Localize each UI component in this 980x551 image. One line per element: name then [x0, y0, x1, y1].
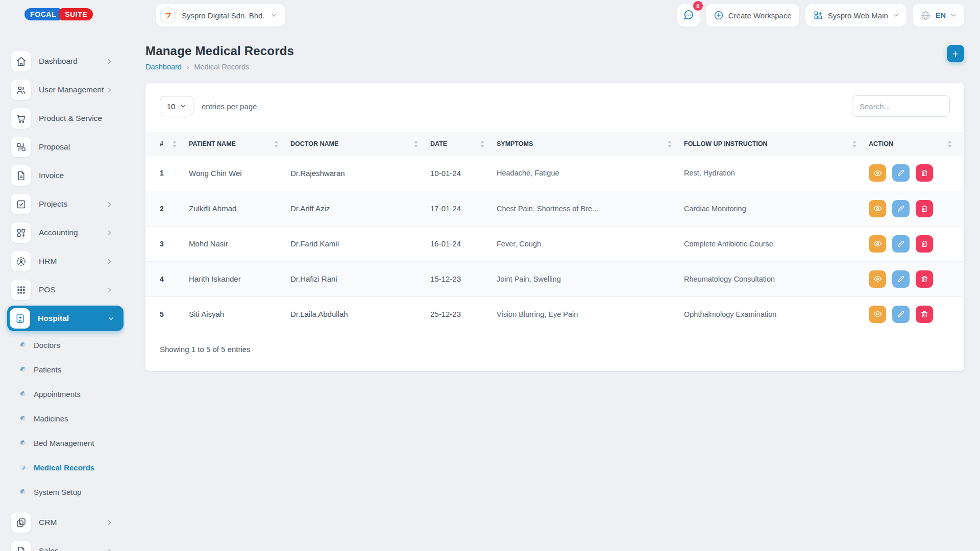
bullet-icon — [20, 440, 26, 445]
action-cell — [869, 156, 964, 191]
sidebar-item-dashboard[interactable]: Dashboard — [0, 47, 125, 76]
app-selector[interactable]: Syspro Web Main — [805, 4, 906, 27]
column-header-doctor-name[interactable]: DOCTOR NAME — [290, 132, 430, 156]
date-cell: 17-01-24 — [430, 191, 497, 226]
sidebar-item-label: Proposal — [39, 142, 113, 152]
pencil-icon — [897, 240, 905, 248]
chevron-right-icon — [106, 58, 113, 65]
sidebar-subitem-bed-management[interactable]: Bed Management — [0, 431, 125, 455]
sidebar-item-label: Dashboard — [39, 57, 106, 66]
sidebar-item-product-service[interactable]: Product & Service — [0, 104, 125, 133]
breadcrumb: Dashboard › Medical Records — [145, 63, 294, 71]
sidebar-subitem-appointments[interactable]: Appointments — [0, 382, 125, 406]
sidebar-item-hospital[interactable]: Hospital — [7, 306, 124, 331]
sidebar-item-accounting[interactable]: Accounting — [0, 218, 125, 247]
table-footer: Showing 1 to 5 of 5 entries — [145, 332, 964, 371]
dots-grid-icon — [11, 280, 31, 300]
column-header-follow-up[interactable]: FOLLOW UP INSTRUCTION — [684, 132, 869, 156]
sidebar-nav: Dashboard User Management Product & Serv… — [0, 29, 125, 551]
pencil-icon — [897, 205, 905, 213]
action-cell — [869, 191, 964, 226]
chevron-right-icon — [106, 87, 113, 93]
table-controls: 10 entries per page — [145, 83, 964, 132]
add-record-button[interactable]: + — [947, 45, 964, 62]
symptoms-cell: Vision Blurring, Eye Pain — [497, 296, 684, 332]
edit-button[interactable] — [892, 235, 910, 253]
sidebar-item-proposal[interactable]: Proposal — [0, 133, 125, 161]
action-cell — [869, 296, 964, 332]
chevron-right-icon — [106, 201, 113, 208]
edit-button[interactable] — [892, 164, 910, 182]
table-row: 5 Siti Aisyah Dr.Laila Abdullah 25-12-23… — [145, 296, 964, 332]
follow-up-cell: Complete Antibiotic Course — [684, 226, 869, 261]
delete-button[interactable] — [916, 200, 933, 217]
column-header-index[interactable]: # — [145, 132, 189, 156]
sidebar-item-sales[interactable]: Sales — [0, 537, 125, 551]
sort-icon — [948, 141, 952, 147]
main-content: Syspro Digital Sdn. Bhd. 0 Create Worksp… — [125, 0, 980, 551]
bullet-icon — [20, 391, 26, 396]
column-header-symptoms[interactable]: SYMPTOMS — [497, 132, 684, 156]
sidebar-item-projects[interactable]: Projects — [0, 190, 125, 218]
workspace-selector[interactable]: Syspro Digital Sdn. Bhd. — [156, 4, 285, 27]
sort-icon — [274, 141, 278, 147]
patient-name-cell: Mohd Nasir — [189, 226, 290, 261]
sidebar-item-label: CRM — [39, 518, 106, 527]
sidebar-subitem-medical-records[interactable]: Medical Records — [0, 455, 125, 480]
users-icon — [11, 80, 31, 100]
view-button[interactable] — [869, 200, 886, 217]
app-root: FOCALSUITE Dashboard User Management — [0, 0, 980, 551]
eye-icon — [873, 239, 882, 248]
trash-icon — [920, 205, 928, 213]
table-body: 1 Wong Chin Wei Dr.Rajeshwaran 10-01-24 … — [145, 156, 964, 332]
delete-button[interactable] — [916, 270, 933, 288]
sidebar-item-crm[interactable]: CRM — [0, 508, 125, 537]
chevron-right-icon: › — [187, 63, 189, 71]
sidebar-item-hrm[interactable]: HRM — [0, 247, 125, 276]
app-logo[interactable]: FOCALSUITE — [0, 0, 125, 29]
view-button[interactable] — [869, 270, 886, 288]
create-workspace-button[interactable]: Create Workspace — [706, 4, 799, 27]
chat-bubble-icon — [683, 10, 694, 21]
sidebar-subitem-madicines[interactable]: Madicines — [0, 406, 125, 431]
sidebar-item-invoice[interactable]: Invoice — [0, 161, 125, 190]
medical-records-table: # PATIENT NAME DOCTOR NAME DATE SYMPTOMS… — [145, 132, 964, 332]
sidebar-subitem-system-setup[interactable]: System Setup — [0, 480, 125, 504]
delete-button[interactable] — [916, 306, 933, 323]
column-header-date[interactable]: DATE — [430, 132, 497, 156]
table-row: 1 Wong Chin Wei Dr.Rajeshwaran 10-01-24 … — [145, 156, 964, 191]
breadcrumb-current: Medical Records — [194, 63, 249, 71]
view-button[interactable] — [869, 164, 886, 182]
view-button[interactable] — [869, 306, 886, 323]
edit-button[interactable] — [892, 306, 910, 323]
entries-per-page-select[interactable]: 10 — [160, 96, 193, 116]
workspace-name: Syspro Digital Sdn. Bhd. — [182, 11, 265, 20]
search-input[interactable] — [852, 95, 950, 117]
language-selector[interactable]: EN — [913, 4, 964, 27]
delete-button[interactable] — [916, 164, 933, 182]
logo-suite: SUITE — [59, 8, 93, 20]
view-button[interactable] — [869, 235, 886, 253]
bullet-icon — [20, 489, 26, 494]
column-header-patient-name[interactable]: PATIENT NAME — [189, 132, 290, 156]
edit-button[interactable] — [892, 200, 910, 217]
sidebar-subitem-patients[interactable]: Patients — [0, 357, 125, 382]
column-header-action[interactable]: ACTION — [869, 132, 964, 156]
breadcrumb-dashboard-link[interactable]: Dashboard — [145, 63, 182, 71]
sidebar-item-user-management[interactable]: User Management — [0, 76, 125, 104]
eye-icon — [873, 169, 882, 178]
sidebar-item-label: Invoice — [39, 171, 113, 180]
sidebar-item-pos[interactable]: POS — [0, 276, 125, 304]
action-cell — [869, 226, 964, 261]
doctor-name-cell: Dr.Hafizi Rani — [290, 261, 430, 296]
delete-button[interactable] — [916, 235, 933, 253]
eye-icon — [873, 274, 882, 283]
chat-button[interactable]: 0 — [677, 4, 700, 27]
home-icon — [11, 51, 31, 71]
sidebar-item-label: Accounting — [39, 228, 106, 237]
entries-per-page-label: entries per page — [202, 102, 257, 111]
edit-button[interactable] — [892, 270, 910, 288]
patient-name-cell: Zulkifli Ahmad — [189, 191, 290, 226]
sidebar-subitem-doctors[interactable]: Doctors — [0, 333, 125, 357]
hospital-submenu: Doctors Patients Appointments Madicines … — [0, 333, 125, 504]
